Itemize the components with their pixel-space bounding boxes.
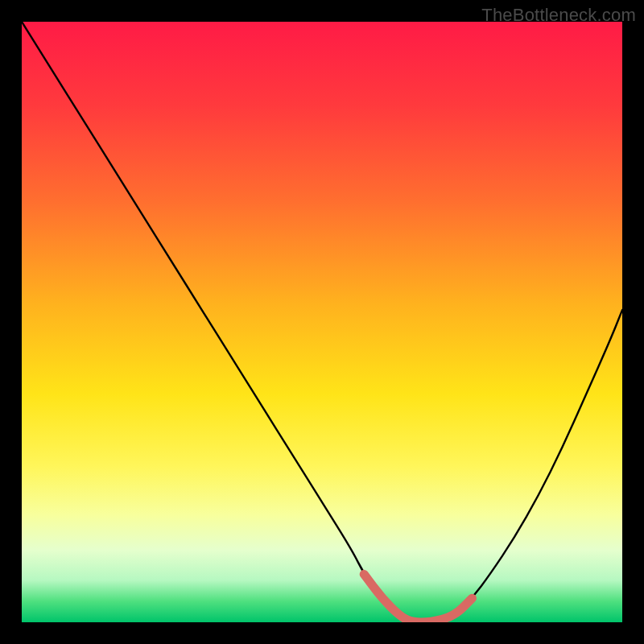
gradient-background: [22, 22, 622, 622]
plot-area: [22, 22, 622, 622]
watermark-text: TheBottleneck.com: [481, 5, 636, 26]
chart-stage: TheBottleneck.com: [0, 0, 644, 644]
bottleneck-chart: [22, 22, 622, 622]
